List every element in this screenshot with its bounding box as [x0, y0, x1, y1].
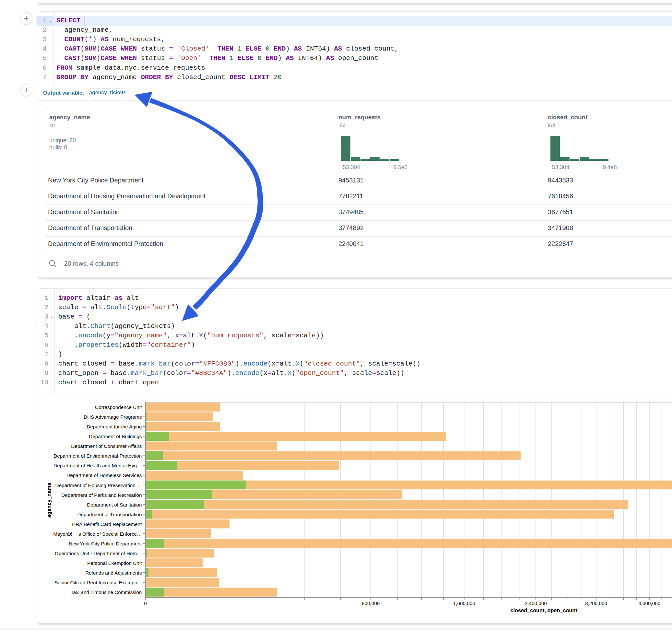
svg-text:New York City Police Departmen: New York City Police Department	[69, 541, 142, 547]
svg-text:1,600,000: 1,600,000	[453, 601, 475, 606]
svg-text:Department of Consumer Affairs: Department of Consumer Affairs	[71, 443, 142, 449]
svg-text:Department of Sanitation: Department of Sanitation	[87, 502, 142, 508]
svg-text:Department of Parks and Recrea: Department of Parks and Recreation	[61, 492, 142, 498]
svg-text:0: 0	[144, 601, 147, 606]
svg-text:Department of Buildings: Department of Buildings	[89, 434, 142, 439]
svg-text:Senior Citizen Rent Increase E: Senior Citizen Rent Increase Exempti…	[54, 580, 142, 585]
svg-text:3,200,000: 3,200,000	[585, 601, 607, 606]
svg-text:Department of Housing Preserva: Department of Housing Preservation …	[55, 483, 142, 488]
svg-text:Department of Transportation: Department of Transportation	[77, 512, 142, 517]
svg-text:Operations Unit - Department o: Operations Unit - Department of Hom…	[55, 551, 142, 556]
svg-text:Correspondence Unit: Correspondence Unit	[95, 405, 142, 410]
svg-text:Department of Environmental Pr: Department of Environmental Protection	[53, 453, 142, 459]
svg-text:agency_name: agency_name	[46, 483, 52, 518]
svg-text:closed_count, open_count: closed_count, open_count	[510, 607, 577, 613]
svg-text:DHS Advantage Programs: DHS Advantage Programs	[83, 414, 142, 420]
svg-text:Personal Exemption Unit: Personal Exemption Unit	[87, 560, 142, 566]
svg-text:Department for the Aging: Department for the Aging	[87, 424, 142, 429]
svg-text:Taxi and Limousine Commission: Taxi and Limousine Commission	[71, 589, 142, 595]
svg-text:2,400,000: 2,400,000	[525, 601, 547, 606]
svg-text:Department of Homeless Service: Department of Homeless Services	[67, 473, 142, 478]
svg-text:800,000: 800,000	[362, 601, 380, 606]
svg-text:HRA Benefit Card Replacement: HRA Benefit Card Replacement	[72, 522, 142, 527]
svg-text:Department of Health and Menta: Department of Health and Mental Hyg…	[53, 463, 142, 468]
svg-text:4,000,000: 4,000,000	[638, 601, 660, 606]
svg-text:Mayorâ€ s Office of Special E: Mayorâ€ s Office of Special Enforce…	[53, 531, 142, 537]
svg-text:Refunds and Adjustments: Refunds and Adjustments	[85, 570, 142, 576]
